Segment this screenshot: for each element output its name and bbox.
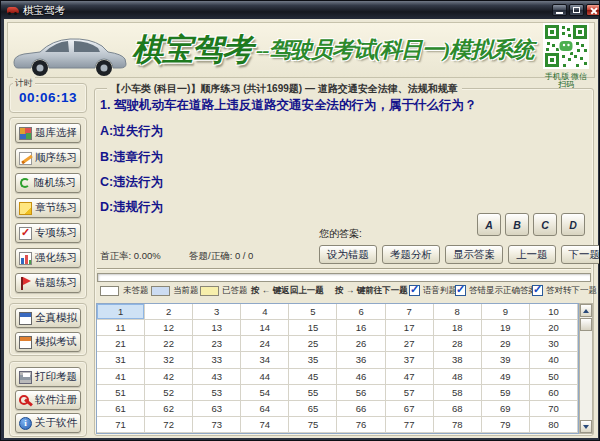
question-cell-14[interactable]: 14 xyxy=(241,320,289,336)
question-cell-48[interactable]: 48 xyxy=(434,369,482,385)
question-cell-40[interactable]: 40 xyxy=(530,352,578,368)
action-button-question-analysis[interactable]: 考题分析 xyxy=(382,245,440,264)
question-cell-13[interactable]: 13 xyxy=(193,320,241,336)
question-cell-6[interactable]: 6 xyxy=(337,304,385,320)
sidebar-button-zhangjie-lianxi[interactable]: 章节练习 xyxy=(15,198,81,218)
answer-button-B[interactable]: B xyxy=(505,213,529,236)
question-cell-20[interactable]: 20 xyxy=(530,320,578,336)
question-cell-24[interactable]: 24 xyxy=(241,336,289,352)
question-cell-77[interactable]: 77 xyxy=(386,417,434,433)
question-cell-54[interactable]: 54 xyxy=(241,385,289,401)
question-cell-60[interactable]: 60 xyxy=(530,385,578,401)
question-cell-43[interactable]: 43 xyxy=(193,369,241,385)
question-cell-33[interactable]: 33 xyxy=(193,352,241,368)
scroll-up-button[interactable] xyxy=(580,304,592,317)
question-cell-72[interactable]: 72 xyxy=(145,417,193,433)
sidebar-button-quanzhen-moni[interactable]: 全真模拟 xyxy=(15,308,81,328)
question-cell-12[interactable]: 12 xyxy=(145,320,193,336)
sidebar-button-zhuanxiang-lianxi[interactable]: 专项练习 xyxy=(15,223,81,243)
question-cell-68[interactable]: 68 xyxy=(434,401,482,417)
question-cell-61[interactable]: 61 xyxy=(97,401,145,417)
question-cell-55[interactable]: 55 xyxy=(289,385,337,401)
question-cell-36[interactable]: 36 xyxy=(337,352,385,368)
question-cell-71[interactable]: 71 xyxy=(97,417,145,433)
question-cell-38[interactable]: 38 xyxy=(434,352,482,368)
question-cell-26[interactable]: 26 xyxy=(337,336,385,352)
question-cell-37[interactable]: 37 xyxy=(386,352,434,368)
sidebar-button-qianghua-lianxi[interactable]: 强化练习 xyxy=(15,248,81,268)
action-button-show-answer[interactable]: 显示答案 xyxy=(445,245,503,264)
action-button-prev-question[interactable]: 上一题 xyxy=(508,245,556,264)
question-cell-19[interactable]: 19 xyxy=(482,320,530,336)
show-correct-on-wrong-checkbox[interactable] xyxy=(455,285,466,296)
voice-judge-checkbox[interactable] xyxy=(409,285,420,296)
question-cell-10[interactable]: 10 xyxy=(530,304,578,320)
action-button-set-wrong[interactable]: 设为错题 xyxy=(319,245,377,264)
answer-button-C[interactable]: C xyxy=(533,213,557,236)
question-cell-67[interactable]: 67 xyxy=(386,401,434,417)
question-cell-27[interactable]: 27 xyxy=(386,336,434,352)
question-cell-22[interactable]: 22 xyxy=(145,336,193,352)
question-cell-76[interactable]: 76 xyxy=(337,417,385,433)
sidebar-button-shunxu-lianxi[interactable]: 顺序练习 xyxy=(15,148,81,168)
question-cell-42[interactable]: 42 xyxy=(145,369,193,385)
question-cell-78[interactable]: 78 xyxy=(434,417,482,433)
question-cell-16[interactable]: 16 xyxy=(337,320,385,336)
question-cell-49[interactable]: 49 xyxy=(482,369,530,385)
question-cell-50[interactable]: 50 xyxy=(530,369,578,385)
question-cell-51[interactable]: 51 xyxy=(97,385,145,401)
answer-button-D[interactable]: D xyxy=(561,213,585,236)
question-cell-53[interactable]: 53 xyxy=(193,385,241,401)
question-cell-17[interactable]: 17 xyxy=(386,320,434,336)
question-cell-73[interactable]: 73 xyxy=(193,417,241,433)
action-button-next-question[interactable]: 下一题 xyxy=(561,245,600,264)
question-cell-45[interactable]: 45 xyxy=(289,369,337,385)
question-cell-1[interactable]: 1 xyxy=(97,304,145,320)
question-cell-15[interactable]: 15 xyxy=(289,320,337,336)
question-cell-47[interactable]: 47 xyxy=(386,369,434,385)
question-cell-46[interactable]: 46 xyxy=(337,369,385,385)
question-cell-32[interactable]: 32 xyxy=(145,352,193,368)
auto-next-on-correct-checkbox[interactable] xyxy=(532,285,543,296)
question-cell-8[interactable]: 8 xyxy=(434,304,482,320)
question-cell-59[interactable]: 59 xyxy=(482,385,530,401)
question-cell-28[interactable]: 28 xyxy=(434,336,482,352)
question-cell-63[interactable]: 63 xyxy=(193,401,241,417)
question-cell-9[interactable]: 9 xyxy=(482,304,530,320)
question-cell-25[interactable]: 25 xyxy=(289,336,337,352)
question-cell-70[interactable]: 70 xyxy=(530,401,578,417)
sidebar-button-cuoti-lianxi[interactable]: 错题练习 xyxy=(15,273,81,293)
question-cell-4[interactable]: 4 xyxy=(241,304,289,320)
question-cell-18[interactable]: 18 xyxy=(434,320,482,336)
question-cell-80[interactable]: 80 xyxy=(530,417,578,433)
sidebar-button-about-software[interactable]: 关于软件 xyxy=(15,413,81,433)
question-cell-21[interactable]: 21 xyxy=(97,336,145,352)
maximize-button[interactable] xyxy=(569,4,584,16)
question-cell-2[interactable]: 2 xyxy=(145,304,193,320)
question-cell-44[interactable]: 44 xyxy=(241,369,289,385)
question-cell-56[interactable]: 56 xyxy=(337,385,385,401)
question-cell-75[interactable]: 75 xyxy=(289,417,337,433)
question-cell-41[interactable]: 41 xyxy=(97,369,145,385)
question-cell-69[interactable]: 69 xyxy=(482,401,530,417)
question-cell-62[interactable]: 62 xyxy=(145,401,193,417)
close-button[interactable] xyxy=(586,4,600,16)
question-cell-35[interactable]: 35 xyxy=(289,352,337,368)
question-cell-11[interactable]: 11 xyxy=(97,320,145,336)
sidebar-button-moni-kaoshi[interactable]: 模拟考试 xyxy=(15,332,81,352)
scroll-thumb[interactable] xyxy=(580,318,592,331)
sidebar-button-software-register[interactable]: 软件注册 xyxy=(15,390,81,410)
question-cell-66[interactable]: 66 xyxy=(337,401,385,417)
question-cell-29[interactable]: 29 xyxy=(482,336,530,352)
question-cell-31[interactable]: 31 xyxy=(97,352,145,368)
question-cell-7[interactable]: 7 xyxy=(386,304,434,320)
question-cell-5[interactable]: 5 xyxy=(289,304,337,320)
question-cell-34[interactable]: 34 xyxy=(241,352,289,368)
question-cell-57[interactable]: 57 xyxy=(386,385,434,401)
question-cell-39[interactable]: 39 xyxy=(482,352,530,368)
question-cell-65[interactable]: 65 xyxy=(289,401,337,417)
question-cell-23[interactable]: 23 xyxy=(193,336,241,352)
scroll-down-button[interactable] xyxy=(580,420,592,433)
sidebar-button-suiji-lianxi[interactable]: 随机练习 xyxy=(15,173,81,193)
question-cell-58[interactable]: 58 xyxy=(434,385,482,401)
